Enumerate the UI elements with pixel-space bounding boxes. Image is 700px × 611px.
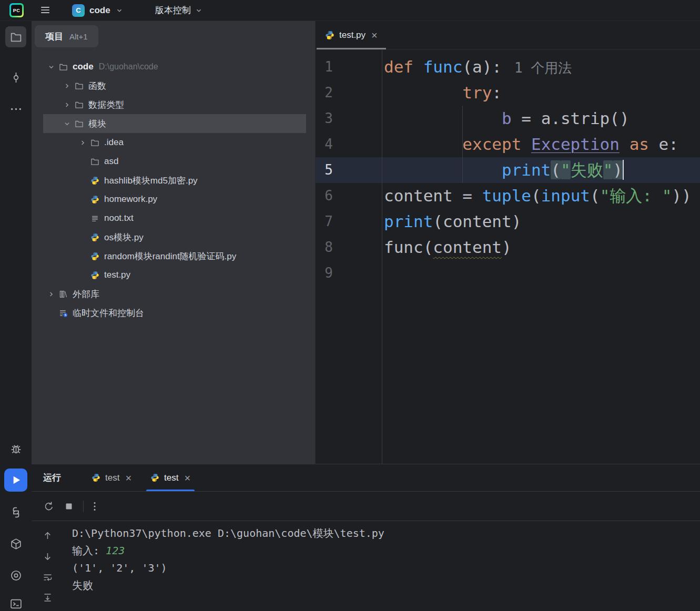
line-number[interactable]: 2	[316, 80, 333, 106]
line-number[interactable]: 7	[316, 209, 333, 235]
tool-button-services[interactable]	[5, 565, 26, 586]
python-icon	[89, 251, 100, 261]
run-tool-window: 运行 test×test× D:\Python37\python.exe D:\…	[32, 464, 700, 611]
tool-button-debug[interactable]	[5, 438, 26, 459]
console-line: D:\Python37\python.exe D:\guohan\code\模块…	[72, 525, 700, 542]
code-line[interactable]: func(content)	[384, 235, 700, 260]
line-number[interactable]: 5	[316, 157, 333, 183]
project-panel-header[interactable]: 项目 Alt+1	[35, 25, 98, 47]
tree-item[interactable]: 模块	[43, 114, 306, 133]
pycharm-logo-icon: PC	[9, 3, 24, 17]
tool-button-run[interactable]	[4, 469, 27, 492]
code-token: try	[462, 83, 492, 102]
chevron-right-icon[interactable]	[77, 137, 88, 148]
chevron-right-icon[interactable]	[45, 288, 57, 300]
tree-item[interactable]: test.py	[43, 266, 306, 284]
editor-body[interactable]: 123456789 def func(a):1 个用法 try: b = a.s…	[316, 50, 700, 464]
textfile-icon	[89, 213, 100, 223]
tree-item-label: code	[73, 62, 94, 72]
chevron-right-icon[interactable]	[61, 99, 73, 110]
tree-item[interactable]: 函数	[43, 76, 306, 95]
tool-button-python-packages[interactable]	[5, 533, 26, 554]
close-icon[interactable]: ×	[371, 30, 378, 40]
python-icon	[89, 194, 100, 205]
tree-item[interactable]: os模块.py	[43, 228, 306, 247]
tree-item[interactable]: 数据类型	[43, 95, 306, 114]
soft-wrap-button[interactable]	[41, 571, 54, 584]
editor-tab-label: test.py	[339, 30, 366, 40]
code-line[interactable]: b = a.strip()	[384, 106, 700, 131]
line-number[interactable]: 1	[316, 54, 333, 80]
code-token: content =	[384, 186, 482, 205]
tree-item-label: hashlib模块md5加密.py	[104, 175, 198, 187]
more-options-button[interactable]	[88, 500, 101, 513]
code-line[interactable]: def func(a):1 个用法	[384, 54, 700, 80]
code-line[interactable]	[384, 260, 700, 286]
tool-button-more-tools[interactable]	[5, 98, 26, 119]
run-tabs: test×test×	[82, 464, 200, 491]
main-menu-button[interactable]	[39, 4, 52, 17]
tool-button-python-console[interactable]	[5, 502, 26, 523]
editor-gutter[interactable]: 123456789	[316, 50, 382, 464]
packages-icon	[9, 537, 23, 551]
code-line[interactable]: except Exception as e:	[384, 131, 700, 157]
scrollend-icon	[42, 592, 53, 603]
chevron-down-icon[interactable]	[61, 118, 73, 129]
chevron-right-icon[interactable]	[61, 80, 73, 91]
line-number[interactable]: 4	[316, 131, 333, 157]
line-number[interactable]: 3	[316, 106, 333, 131]
stop-button[interactable]	[63, 500, 75, 513]
code-token: func	[423, 57, 463, 76]
console-output[interactable]: D:\Python37\python.exe D:\guohan\code\模块…	[63, 521, 700, 611]
console-line: 失败	[72, 577, 700, 594]
tree-item[interactable]: random模块randint随机验证码.py	[43, 247, 306, 266]
tree-item[interactable]: asd	[43, 152, 306, 171]
chevron-spacer	[77, 156, 88, 167]
run-tab-1[interactable]: test×	[82, 464, 141, 491]
line-number[interactable]: 6	[316, 183, 333, 209]
tree-item[interactable]: .idea	[43, 133, 306, 152]
code-token: tuple	[482, 186, 531, 205]
project-widget[interactable]: C code	[72, 4, 124, 17]
code-area[interactable]: def func(a):1 个用法 try: b = a.strip() exc…	[384, 54, 700, 286]
editor-tab-test-py[interactable]: test.py ×	[317, 21, 386, 49]
line-number[interactable]: 9	[316, 260, 333, 286]
code-line[interactable]: content = tuple(input("输入: "))	[384, 183, 700, 209]
line-number[interactable]: 8	[316, 235, 333, 260]
tree-item[interactable]: 临时文件和控制台	[43, 303, 306, 322]
tree-item[interactable]: codeD:\guohan\code	[43, 57, 306, 76]
vcs-widget[interactable]: 版本控制	[155, 4, 203, 16]
rerun-button[interactable]	[43, 500, 55, 513]
project-panel-shortcut: Alt+1	[69, 32, 88, 41]
editor-tab-bar: test.py ×	[316, 21, 700, 50]
tree-item-label: os模块.py	[104, 231, 144, 243]
tool-button-project[interactable]	[5, 26, 26, 47]
prev-occurrence-button[interactable]	[41, 529, 54, 542]
play-icon	[9, 473, 23, 487]
python-icon	[150, 473, 159, 482]
code-line[interactable]: print(content)	[384, 209, 700, 235]
project-panel-title: 项目	[45, 30, 63, 43]
code-line[interactable]: try:	[384, 80, 700, 106]
project-tree: codeD:\guohan\code函数数据类型模块.ideaasdhashli…	[32, 57, 315, 322]
stop-icon	[63, 501, 75, 512]
scroll-to-end-button[interactable]	[41, 591, 54, 604]
kebab-icon	[89, 501, 100, 512]
tree-item-label: .idea	[104, 137, 124, 148]
tree-item[interactable]: 外部库	[43, 284, 306, 303]
tree-item[interactable]: noot.txt	[43, 209, 306, 228]
tool-button-terminal[interactable]	[5, 593, 26, 611]
code-token	[620, 135, 630, 154]
softwrap-icon	[42, 572, 53, 583]
close-icon[interactable]: ×	[125, 473, 131, 483]
python-icon	[89, 175, 100, 186]
tree-item[interactable]: hashlib模块md5加密.py	[43, 171, 306, 190]
chevron-down-icon[interactable]	[45, 61, 57, 73]
code-token: def	[384, 57, 423, 76]
next-occurrence-button[interactable]	[41, 550, 54, 563]
close-icon[interactable]: ×	[185, 473, 191, 483]
code-line[interactable]: print("失败")	[384, 157, 700, 183]
tree-item[interactable]: homework.py	[43, 190, 306, 209]
run-tab-2[interactable]: test×	[141, 464, 200, 491]
tool-button-commit[interactable]	[5, 67, 26, 88]
